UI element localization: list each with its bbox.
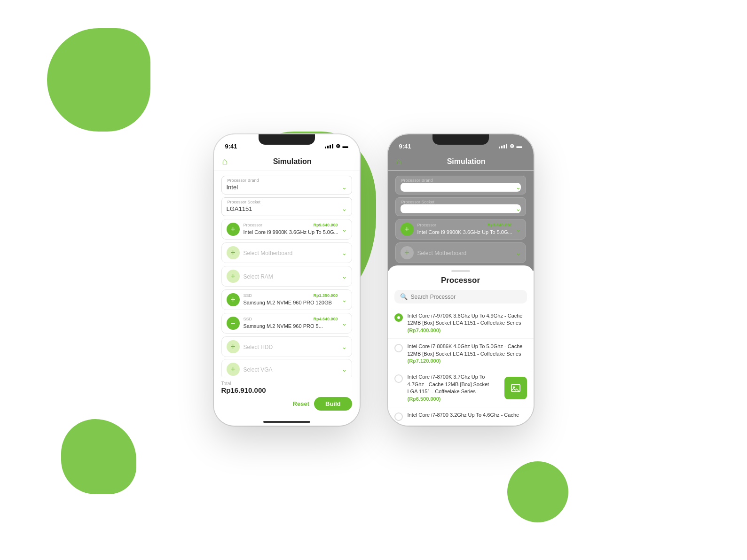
signal-icon-2 [499, 144, 507, 148]
processor-socket-value-2: LGA1151 [401, 205, 426, 212]
add-ssd1-btn-1[interactable]: + [227, 293, 240, 306]
battery-icon-1: ▬ [343, 143, 348, 149]
proc-name-3: Intel Core i7-8700K 3.7Ghz Up To 4.7Ghz … [408, 373, 500, 395]
processor-item-1[interactable]: Intel Core i7-9700K 3.6Ghz Up To 4.9Ghz … [388, 308, 534, 339]
radio-1 [394, 313, 403, 322]
processor-price-1: Rp9.640.000 [313, 223, 338, 227]
ssd2-row-1[interactable]: − SSD Rp4.640.000 Samsung M.2 NVME 960 P… [221, 313, 352, 334]
wifi-icon-1: ⊛ [336, 143, 340, 149]
status-icons-2: ⊛ ▬ [499, 143, 522, 149]
processor-brand-row-2: Intel ⌄ [401, 183, 521, 192]
proc-price-3: (Rp6.500.000) [408, 396, 500, 403]
add-vga-btn-1[interactable]: + [227, 363, 240, 376]
reset-button-1[interactable]: Reset [293, 400, 309, 407]
processor-item-4[interactable]: Intel Core i7-8700 3.2Ghz Up To 4.6Ghz -… [388, 407, 534, 426]
ram-row-1[interactable]: + Select RAM ⌄ [221, 266, 352, 287]
search-bar[interactable]: 🔍 [394, 290, 527, 303]
motherboard-row-2: + Select Motherboard ⌄ [395, 242, 526, 263]
add-processor-btn-2: + [401, 223, 414, 236]
chevron-socket-2: ⌄ [516, 205, 521, 212]
ram-name-1: Select RAM [244, 273, 273, 280]
blob-bottom-left [61, 419, 136, 494]
processor-brand-value-2: Intel [401, 184, 412, 191]
ssd1-price-1: Rp1.350.000 [313, 293, 338, 298]
chevron-ssd1-1: ⌄ [342, 296, 347, 303]
bottom-bar-1: Total Rp16.910.000 Reset Build [214, 377, 360, 418]
wifi-icon-2: ⊛ [510, 143, 514, 149]
app-header-2: ⌂ Simulation [388, 153, 534, 171]
svg-rect-0 [511, 385, 519, 392]
bottom-actions-1: Reset Build [221, 397, 352, 411]
chevron-hdd-1: ⌄ [342, 343, 347, 350]
processor-brand-field-2: Processor Brand Intel ⌄ [395, 176, 526, 194]
app-title-2: Simulation [408, 157, 525, 166]
motherboard-row-1[interactable]: + Select Motherboard ⌄ [221, 242, 352, 263]
image-icon [511, 383, 521, 393]
processor-socket-field-2: Processor Socket LGA1151 ⌄ [395, 197, 526, 216]
radio-3 [394, 374, 403, 383]
add-hdd-btn-1[interactable]: + [227, 340, 240, 353]
processor-row-1[interactable]: + Processor Rp9.640.000 Intel Core i9 99… [221, 219, 352, 240]
ssd1-cat-1: SSD [244, 293, 252, 298]
add-processor-btn-1[interactable]: + [227, 223, 240, 236]
build-button-1[interactable]: Build [314, 397, 352, 411]
ssd1-info-1: SSD Rp1.350.000 Samsung M.2 NVME 960 PRO… [244, 293, 338, 306]
home-indicator-1 [214, 418, 360, 426]
dimmed-content-2: Processor Brand Intel ⌄ Processor Socket… [388, 171, 534, 271]
processor-socket-field-1[interactable]: Processor Socket LGA1151 ⌄ [221, 197, 352, 216]
motherboard-info-1: Select Motherboard [244, 249, 338, 257]
chevron-processor-1: ⌄ [342, 226, 347, 233]
home-icon-1: ⌂ [222, 156, 228, 167]
processor-socket-row-1: LGA1151 ⌄ [227, 204, 347, 213]
ram-info-1: Select RAM [244, 272, 338, 280]
ssd1-name-1: Samsung M.2 NVME 960 PRO 120GB [244, 300, 332, 305]
processor-socket-label-2: Processor Socket [401, 200, 521, 204]
ssd2-cat-1: SSD [244, 317, 252, 321]
minus-ssd2-btn-1[interactable]: − [227, 317, 240, 330]
processor-modal: Processor 🔍 Intel Core i7-9700K 3.6Ghz U… [388, 265, 534, 426]
phones-container: 9:41 ⊛ ▬ ⌂ Simulation [214, 134, 534, 426]
time-2: 9:41 [399, 143, 411, 150]
proc-text-1: Intel Core i7-9700K 3.6Ghz Up To 4.9Ghz … [408, 312, 527, 334]
phone-1: 9:41 ⊛ ▬ ⌂ Simulation [214, 134, 360, 426]
status-icons-1: ⊛ ▬ [325, 143, 348, 149]
processor-socket-value-1: LGA1151 [227, 205, 252, 212]
chevron-processor-2: ⌄ [516, 226, 521, 233]
home-bar-1 [263, 421, 310, 423]
ssd2-price-1: Rp4.640.000 [313, 317, 338, 321]
chevron-socket-1: ⌄ [342, 205, 347, 212]
processor-name-1: Intel Core i9 9900K 3.6GHz Up To 5.0G... [244, 229, 338, 235]
radio-2 [394, 344, 403, 352]
chevron-motherboard-1: ⌄ [342, 249, 347, 257]
blob-top-left [47, 28, 150, 132]
motherboard-info-2: Select Motherboard [417, 249, 512, 257]
total-label-1: Total [221, 381, 352, 386]
modal-handle [451, 270, 470, 272]
image-btn-3[interactable] [504, 377, 527, 399]
radio-4 [394, 412, 403, 421]
proc-text-3: Intel Core i7-8700K 3.7Ghz Up To 4.7Ghz … [408, 373, 500, 403]
search-input[interactable] [411, 294, 521, 300]
processor-brand-row-1: Intel ⌄ [227, 183, 347, 192]
motherboard-name-1: Select Motherboard [244, 250, 293, 257]
chevron-vga-1: ⌄ [342, 366, 347, 373]
hdd-row-1[interactable]: + Select HDD ⌄ [221, 336, 352, 357]
battery-icon-2: ▬ [517, 143, 522, 149]
processor-brand-label-2: Processor Brand [401, 178, 521, 183]
vga-row-1[interactable]: + Select VGA ⌄ [221, 359, 352, 377]
vga-name-1: Select VGA [244, 366, 273, 373]
add-motherboard-btn-1[interactable]: + [227, 246, 240, 259]
motherboard-name-2: Select Motherboard [417, 250, 467, 257]
processor-brand-field-1[interactable]: Processor Brand Intel ⌄ [221, 176, 352, 194]
processor-item-2[interactable]: Intel Core i7-8086K 4.0Ghz Up To 5.0Ghz … [388, 339, 534, 369]
notch-1 [259, 134, 315, 145]
processor-info-2: Processor Rp8.640.000 Intel Core i9 9900… [417, 223, 512, 236]
chevron-brand-1: ⌄ [342, 184, 347, 191]
add-ram-btn-1[interactable]: + [227, 270, 240, 283]
notch-2 [432, 134, 489, 145]
processor-row-2: + Processor Rp8.640.000 Intel Core i9 99… [395, 219, 526, 240]
ssd1-row-1[interactable]: + SSD Rp1.350.000 Samsung M.2 NVME 960 P… [221, 289, 352, 310]
processor-cat-2: Processor [417, 223, 437, 227]
processor-item-3[interactable]: Intel Core i7-8700K 3.7Ghz Up To 4.7Ghz … [388, 369, 534, 407]
add-motherboard-btn-2: + [401, 246, 414, 259]
